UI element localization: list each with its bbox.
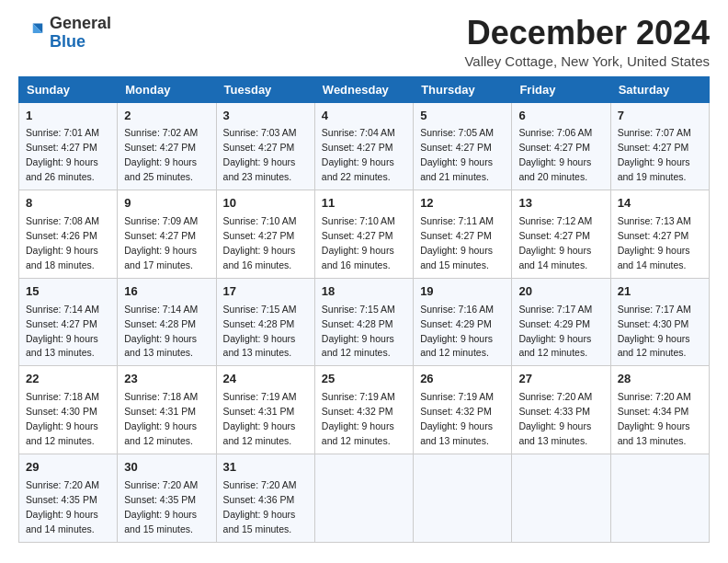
daylight: Daylight: 9 hours and 16 minutes. (322, 245, 394, 270)
day-number: 13 (518, 195, 603, 213)
daylight: Daylight: 9 hours and 15 minutes. (124, 509, 197, 534)
day-number: 11 (322, 195, 406, 213)
weekday-header-row: SundayMondayTuesdayWednesdayThursdayFrid… (19, 76, 710, 102)
calendar-cell: 26Sunrise: 7:19 AMSunset: 4:32 PMDayligh… (414, 366, 512, 454)
day-number: 18 (322, 283, 406, 301)
sunset: Sunset: 4:27 PM (322, 230, 393, 241)
day-number: 6 (518, 108, 603, 125)
day-number: 22 (26, 371, 110, 388)
sunset: Sunset: 4:36 PM (223, 494, 295, 505)
daylight: Daylight: 9 hours and 23 minutes. (223, 156, 296, 182)
sunset: Sunset: 4:28 PM (124, 318, 196, 329)
calendar-cell: 6Sunrise: 7:06 AMSunset: 4:27 PMDaylight… (512, 102, 610, 190)
daylight: Daylight: 9 hours and 12 minutes. (124, 420, 197, 446)
sunrise: Sunrise: 7:07 AM (618, 127, 691, 138)
calendar-week-row: 1Sunrise: 7:01 AMSunset: 4:27 PMDaylight… (19, 102, 710, 190)
sunrise: Sunrise: 7:18 AM (26, 391, 99, 402)
calendar-cell: 10Sunrise: 7:10 AMSunset: 4:27 PMDayligh… (216, 190, 314, 279)
sunset: Sunset: 4:34 PM (618, 406, 689, 417)
sunrise: Sunrise: 7:02 AM (124, 127, 198, 138)
weekday-header-wednesday: Wednesday (314, 76, 413, 102)
sunset: Sunset: 4:27 PM (223, 230, 295, 241)
sunrise: Sunrise: 7:20 AM (618, 391, 691, 402)
calendar-cell: 25Sunrise: 7:19 AMSunset: 4:32 PMDayligh… (314, 366, 413, 454)
sunrise: Sunrise: 7:20 AM (518, 391, 592, 402)
weekday-header-sunday: Sunday (19, 76, 118, 102)
sunset: Sunset: 4:31 PM (124, 406, 196, 417)
sunrise: Sunrise: 7:20 AM (223, 479, 297, 490)
calendar-cell: 24Sunrise: 7:19 AMSunset: 4:31 PMDayligh… (216, 366, 314, 454)
sunrise: Sunrise: 7:17 AM (618, 304, 691, 315)
day-number: 19 (420, 283, 505, 301)
sunrise: Sunrise: 7:04 AM (322, 127, 395, 138)
calendar-cell: 9Sunrise: 7:09 AMSunset: 4:27 PMDaylight… (118, 190, 216, 279)
logo: General Blue (18, 15, 111, 52)
sunset: Sunset: 4:27 PM (618, 230, 689, 241)
daylight: Daylight: 9 hours and 13 minutes. (223, 333, 296, 359)
calendar-week-row: 15Sunrise: 7:14 AMSunset: 4:27 PMDayligh… (19, 278, 710, 366)
day-number: 14 (618, 195, 702, 213)
day-number: 10 (223, 195, 308, 213)
calendar-cell: 14Sunrise: 7:13 AMSunset: 4:27 PMDayligh… (610, 190, 709, 279)
header: General Blue December 2024 Valley Cottag… (18, 15, 710, 69)
daylight: Daylight: 9 hours and 26 minutes. (26, 156, 98, 182)
sunset: Sunset: 4:32 PM (420, 406, 492, 417)
calendar-cell: 29Sunrise: 7:20 AMSunset: 4:35 PMDayligh… (19, 454, 118, 542)
daylight: Daylight: 9 hours and 19 minutes. (618, 156, 690, 182)
weekday-header-monday: Monday (118, 76, 216, 102)
sunset: Sunset: 4:27 PM (618, 142, 689, 153)
sunset: Sunset: 4:30 PM (618, 318, 689, 329)
day-number: 16 (124, 283, 209, 301)
day-number: 8 (26, 195, 110, 213)
logo-icon (18, 20, 44, 46)
calendar-cell: 31Sunrise: 7:20 AMSunset: 4:36 PMDayligh… (216, 454, 314, 542)
day-number: 7 (618, 108, 702, 125)
sunrise: Sunrise: 7:03 AM (223, 127, 297, 138)
calendar-cell (314, 454, 413, 542)
sunset: Sunset: 4:32 PM (322, 406, 393, 417)
calendar-cell: 2Sunrise: 7:02 AMSunset: 4:27 PMDaylight… (118, 102, 216, 190)
calendar-cell: 19Sunrise: 7:16 AMSunset: 4:29 PMDayligh… (414, 278, 512, 366)
calendar-week-row: 29Sunrise: 7:20 AMSunset: 4:35 PMDayligh… (19, 454, 710, 542)
calendar-cell: 1Sunrise: 7:01 AMSunset: 4:27 PMDaylight… (19, 102, 118, 190)
calendar-cell: 5Sunrise: 7:05 AMSunset: 4:27 PMDaylight… (414, 102, 512, 190)
calendar-cell: 4Sunrise: 7:04 AMSunset: 4:27 PMDaylight… (314, 102, 413, 190)
sunset: Sunset: 4:27 PM (518, 230, 590, 241)
sunset: Sunset: 4:28 PM (223, 318, 295, 329)
calendar-cell: 7Sunrise: 7:07 AMSunset: 4:27 PMDaylight… (610, 102, 709, 190)
daylight: Daylight: 9 hours and 12 minutes. (322, 420, 394, 446)
day-number: 1 (26, 108, 110, 125)
calendar-cell: 3Sunrise: 7:03 AMSunset: 4:27 PMDaylight… (216, 102, 314, 190)
calendar-cell: 28Sunrise: 7:20 AMSunset: 4:34 PMDayligh… (610, 366, 709, 454)
sunset: Sunset: 4:27 PM (26, 142, 97, 153)
daylight: Daylight: 9 hours and 18 minutes. (26, 245, 98, 270)
daylight: Daylight: 9 hours and 25 minutes. (124, 156, 197, 182)
sunset: Sunset: 4:28 PM (322, 318, 393, 329)
sunrise: Sunrise: 7:20 AM (124, 479, 198, 490)
day-number: 2 (124, 108, 209, 125)
calendar-cell: 17Sunrise: 7:15 AMSunset: 4:28 PMDayligh… (216, 278, 314, 366)
sunrise: Sunrise: 7:20 AM (26, 479, 99, 490)
calendar-cell: 11Sunrise: 7:10 AMSunset: 4:27 PMDayligh… (314, 190, 413, 279)
calendar-cell: 16Sunrise: 7:14 AMSunset: 4:28 PMDayligh… (118, 278, 216, 366)
sunset: Sunset: 4:31 PM (223, 406, 295, 417)
weekday-header-thursday: Thursday (414, 76, 512, 102)
day-number: 12 (420, 195, 505, 213)
sunrise: Sunrise: 7:19 AM (223, 391, 297, 402)
day-number: 4 (322, 108, 406, 125)
sunrise: Sunrise: 7:15 AM (223, 304, 297, 315)
daylight: Daylight: 9 hours and 13 minutes. (618, 420, 690, 446)
sunrise: Sunrise: 7:17 AM (518, 304, 592, 315)
logo-text: General Blue (50, 15, 111, 52)
day-number: 17 (223, 283, 308, 301)
daylight: Daylight: 9 hours and 15 minutes. (420, 245, 493, 270)
daylight: Daylight: 9 hours and 20 minutes. (518, 156, 591, 182)
sunrise: Sunrise: 7:08 AM (26, 215, 99, 226)
day-number: 24 (223, 371, 308, 388)
day-number: 15 (26, 283, 110, 301)
calendar-cell: 21Sunrise: 7:17 AMSunset: 4:30 PMDayligh… (610, 278, 709, 366)
sunset: Sunset: 4:35 PM (26, 494, 97, 505)
weekday-header-saturday: Saturday (610, 76, 709, 102)
sunset: Sunset: 4:29 PM (420, 318, 492, 329)
daylight: Daylight: 9 hours and 13 minutes. (420, 420, 493, 446)
